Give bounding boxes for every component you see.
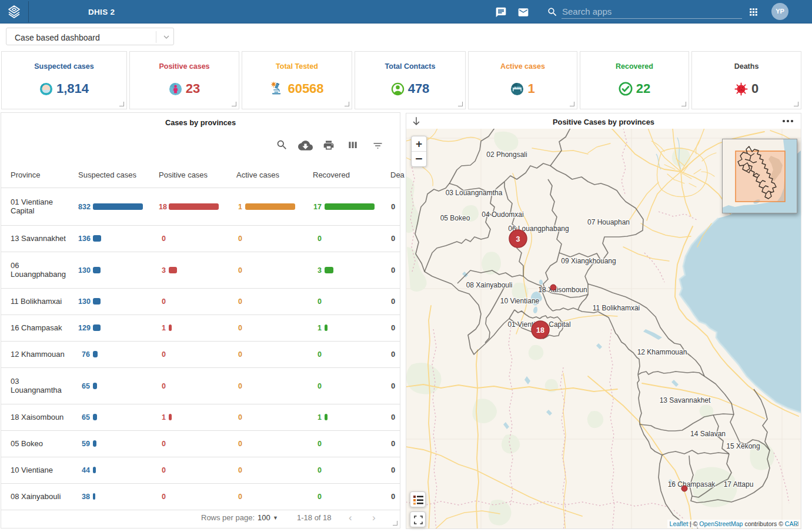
svg-text:07 Houaphan: 07 Houaphan: [587, 218, 630, 226]
svg-text:05 Bokeo: 05 Bokeo: [440, 214, 470, 222]
svg-text:02 Phongsali: 02 Phongsali: [486, 150, 527, 159]
svg-text:15 Xekong: 15 Xekong: [726, 442, 760, 450]
svg-text:3: 3: [516, 235, 520, 243]
svg-text:18: 18: [536, 326, 544, 334]
svg-text:09 Xiangkhouang: 09 Xiangkhouang: [561, 257, 616, 265]
svg-text:16 Champasak: 16 Champasak: [668, 480, 716, 488]
svg-text:17 Attapu: 17 Attapu: [724, 480, 754, 488]
svg-text:04 Oudomxai: 04 Oudomxai: [482, 210, 523, 219]
svg-text:18 Xaisomboun: 18 Xaisomboun: [538, 286, 587, 294]
svg-text:11 Bolikhamxai: 11 Bolikhamxai: [593, 304, 640, 312]
svg-text:14 Salavan: 14 Salavan: [690, 430, 726, 438]
svg-text:03 Louangnamtha: 03 Louangnamtha: [446, 189, 503, 197]
svg-text:13 Savannakhet: 13 Savannakhet: [660, 396, 711, 404]
svg-text:12 Khammouan: 12 Khammouan: [637, 348, 687, 356]
svg-text:08 Xainyabouli: 08 Xainyabouli: [466, 281, 513, 289]
svg-text:10 Vientiane: 10 Vientiane: [500, 297, 540, 305]
